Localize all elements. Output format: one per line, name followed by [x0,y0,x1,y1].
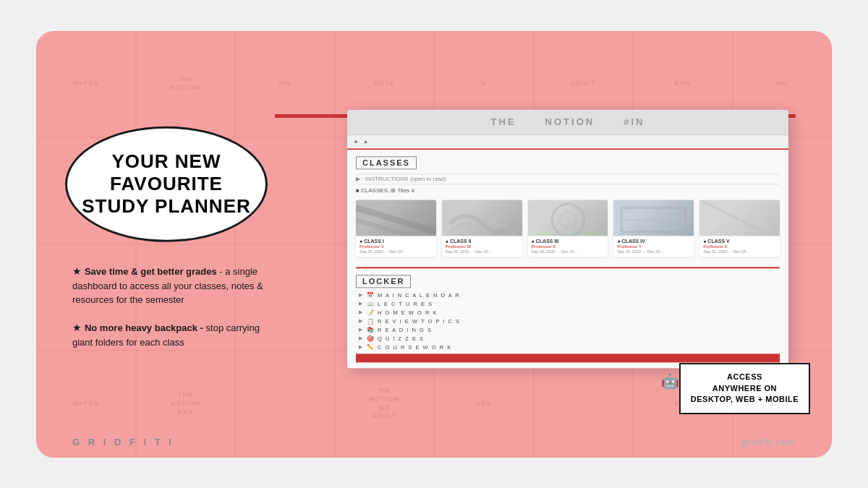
arrow-icon: ▶ [359,301,364,307]
svg-point-3 [560,211,576,227]
classes-header[interactable]: CLASSES [356,156,417,169]
notion-top-text-3: #IN [624,116,644,127]
class-info-5: ● CLASS V Professor Z Sep 20, 2020 → Dec… [699,236,780,257]
review-icon: 📋 [367,318,375,325]
brand-left: G R I D F I T I [72,437,174,448]
pixel-figure-icon: 🤖 [661,372,679,390]
classes-toolbar: ■ CLASSES. ⊞ Tiles ∨ [356,187,780,194]
class-info-3: ● CLASS III Professor X Sep 20, 2020 → D… [528,236,608,257]
star-icon: ★ [72,265,85,276]
locker-items: ▶ 📅 M A I N C A L E N D A R ▶ 📖 L E C T … [356,292,780,351]
bg-tile: THENOTION [136,31,236,138]
class-thumbnail-5 [699,200,780,236]
class-info-1: ● CLASS I Professor V Sep 20, 2020 → Dec… [356,236,436,257]
homework-icon: 📝 [367,309,375,316]
locker-item-6[interactable]: ▶ ✏️ C O U R S E W O R K [359,344,780,351]
class-card-4[interactable]: ● CLASS IV Professor Y Sep 20, 2020 → De… [613,200,694,257]
calendar-icon: 📅 [367,292,375,299]
red-bottom-bar [356,354,780,362]
brand-right: gridfiti.com [741,437,796,448]
locker-item-2[interactable]: ▶ 📝 H O M E W O R K [359,309,780,316]
class-info-4: ● CLASS IV Professor Y Sep 20, 2020 → De… [613,236,694,257]
locker-item-4[interactable]: ▶ 📚 R E A D I N G S [359,327,780,333]
class-thumbnail-1 [356,200,436,236]
arrow-icon: ▶ [359,292,364,298]
notion-top-deco: THE NOTION #IN [347,110,788,135]
bg-tile [235,351,335,458]
bullet-points: ★ Save time & get better grades - a sing… [65,263,282,349]
arrow-icon: ▶ [359,327,364,333]
class-thumbnail-3 [528,200,608,236]
lectures-icon: 📖 [367,301,375,307]
class-card-3[interactable]: ● CLASS III Professor X Sep 20, 2020 → D… [528,200,608,257]
left-panel: YOUR NEW FAVOURITE STUDY PLANNER ★ Save … [65,126,282,362]
nav-dot [354,140,357,143]
locker-section: LOCKER ▶ 📅 M A I N C A L E N D A R ▶ 📖 L… [356,267,780,351]
class-card-5[interactable]: ● CLASS V Professor Z Sep 20, 2020 → Dec… [699,200,780,257]
headline: YOUR NEW FAVOURITE STUDY PLANNER [82,150,251,218]
bg-tile: MATEO [36,31,136,138]
locker-header[interactable]: LOCKER [356,275,411,288]
arrow-icon: ▶ [359,318,364,324]
svg-line-0 [356,207,436,231]
coursework-icon: ✏️ [367,344,375,351]
star-icon: ★ [72,321,85,333]
class-card-2[interactable]: ● CLASS II Professor W Sep 20, 2020 → De… [442,200,522,257]
locker-item-1[interactable]: ▶ 📖 L E C T U R E S [359,301,780,307]
locker-item-5[interactable]: ▶ 🎯 Q U I Z Z E S [359,335,780,342]
quizzes-icon: 🎯 [367,335,375,342]
notion-body: CLASSES ▶ · INSTRUCTIONS (open to read) … [347,150,788,368]
notion-subheader: ▲ [347,135,788,150]
instructions-row[interactable]: ▶ · INSTRUCTIONS (open to read) [356,174,780,184]
access-text: ACCESS ANYWHERE ON DESKTOP, WEB + MOBILE [679,363,810,414]
classes-grid: ● CLASS I Professor V Sep 20, 2020 → Dec… [356,200,780,257]
notion-top-text-2: NOTION [545,116,595,127]
class-thumbnail-2 [442,200,522,236]
locker-item-3[interactable]: ▶ 📋 R E V I E W T O P I C S [359,318,780,325]
notion-top-text-1: THE [491,116,516,127]
readings-icon: 📚 [367,327,375,333]
locker-item-0[interactable]: ▶ 📅 M A I N C A L E N D A R [359,292,780,299]
arrow-icon: ▶ [359,344,364,350]
svg-point-2 [552,203,584,235]
bg-tile: #IN [235,31,335,138]
class-thumbnail-4 [613,200,694,236]
arrow-icon: ▶ [359,335,364,341]
notion-mockup: THE NOTION #IN ▲ CLASSES ▶ · INSTRUCTION… [347,110,788,368]
breadcrumb: ▲ [363,139,369,144]
class-info-2: ● CLASS II Professor W Sep 20, 2020 → De… [442,236,522,257]
main-card: MATEO THENOTION #IN NOTE N ADULT BAR MO … [36,31,832,458]
bullet-item-1: ★ Save time & get better grades - a sing… [72,263,275,307]
bullet-item-2: ★ No more heavy backpack - stop carrying… [72,320,275,349]
arrow-icon: ▶ [359,309,364,315]
class-card-1[interactable]: ● CLASS I Professor V Sep 20, 2020 → Dec… [356,200,436,257]
access-badge: 🤖 ACCESS ANYWHERE ON DESKTOP, WEB + MOBI… [661,363,810,414]
speech-bubble: YOUR NEW FAVOURITE STUDY PLANNER [65,126,268,241]
